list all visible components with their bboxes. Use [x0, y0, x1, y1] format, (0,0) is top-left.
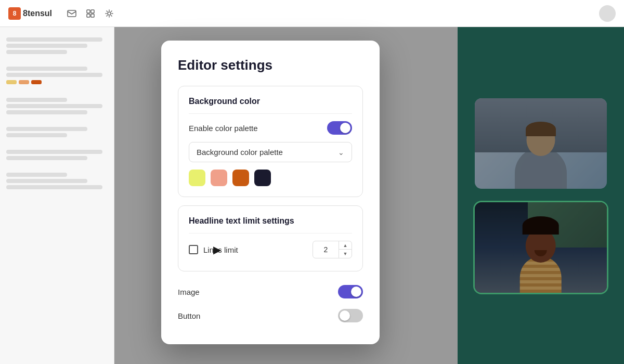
lines-limit-input[interactable]: 2 ▲ ▼ [313, 241, 352, 258]
background-color-section: Background color Enable color palette Ba… [178, 86, 363, 197]
sidebar-bar [6, 67, 87, 71]
toggle-knob-image [351, 287, 361, 297]
sidebar [0, 27, 114, 364]
svg-rect-3 [87, 14, 90, 17]
enable-palette-toggle[interactable] [327, 121, 352, 135]
logo-icon: 8 [8, 7, 21, 20]
logo: 8 8tensul [8, 7, 52, 20]
chevron-down-icon: ⌄ [338, 148, 344, 157]
dropdown-label: Background color palette [197, 148, 283, 157]
sidebar-bar [6, 73, 102, 77]
sidebar-bar [6, 179, 87, 183]
svg-rect-1 [87, 10, 90, 13]
sidebar-bar [6, 127, 87, 131]
headline-title: Headline text limit settings [189, 216, 352, 233]
svg-point-5 [108, 12, 111, 15]
sidebar-color-swatch [6, 80, 17, 84]
sidebar-bar [6, 104, 102, 108]
svg-rect-2 [91, 10, 94, 13]
sidebar-colored-bars [6, 80, 108, 84]
number-arrows: ▲ ▼ [339, 241, 352, 258]
sidebar-group-5 [6, 148, 108, 162]
sidebar-bar [6, 50, 67, 54]
sidebar-bar [6, 37, 102, 42]
modal-title: Editor settings [178, 57, 363, 73]
sidebar-color-swatch [19, 80, 29, 84]
increment-arrow[interactable]: ▲ [339, 241, 352, 250]
sidebar-bar [6, 110, 87, 114]
decrement-arrow[interactable]: ▼ [339, 250, 352, 258]
top-nav: 8 8tensul [0, 0, 624, 27]
sidebar-color-swatch [31, 80, 42, 84]
color-palette-dropdown[interactable]: Background color palette ⌄ [189, 142, 352, 162]
toggle-knob [340, 123, 350, 133]
editor-settings-modal[interactable]: Editor settings Background color Enable … [161, 41, 380, 344]
enable-palette-label: Enable color palette [189, 124, 258, 133]
button-toggle-row: Button [178, 304, 363, 328]
color-swatch-yellow[interactable] [189, 170, 205, 186]
sidebar-bar [6, 173, 67, 177]
lines-limit-value: 2 [313, 241, 339, 258]
lines-limit-checkbox[interactable] [189, 245, 198, 254]
sidebar-group-6 [6, 171, 108, 191]
sidebar-bar [6, 44, 87, 48]
sidebar-bar [6, 156, 87, 160]
nav-icons [67, 8, 114, 19]
sidebar-group-4 [6, 125, 108, 139]
button-label: Button [178, 311, 200, 320]
gear-icon[interactable] [104, 8, 114, 19]
color-swatch-navy[interactable] [254, 170, 271, 186]
logo-text: 8tensul [23, 9, 52, 18]
grid-icon[interactable] [85, 8, 96, 19]
sidebar-bar [6, 133, 67, 137]
user-avatar[interactable] [599, 5, 616, 22]
image-toggle[interactable] [338, 285, 363, 298]
sidebar-group-1 [6, 35, 108, 56]
svg-rect-0 [68, 10, 76, 17]
sidebar-bar [6, 98, 67, 102]
color-swatch-orange[interactable] [232, 170, 249, 186]
lines-limit-row: Lines limit ▶ 2 ▲ ▼ [189, 241, 352, 258]
color-swatches [189, 170, 352, 186]
headline-section: Headline text limit settings Lines limit… [178, 205, 363, 271]
toggle-knob-button [340, 310, 350, 321]
sidebar-group-3 [6, 96, 108, 116]
cursor-icon: ▶ [213, 244, 221, 255]
enable-palette-row: Enable color palette [189, 121, 352, 135]
sidebar-bar [6, 185, 102, 189]
button-toggle[interactable] [338, 309, 363, 322]
image-label: Image [178, 288, 200, 296]
image-toggle-row: Image [178, 280, 363, 304]
sidebar-group-2 [6, 64, 108, 87]
mail-icon[interactable] [67, 8, 77, 19]
sidebar-bar [6, 150, 102, 154]
svg-rect-4 [91, 14, 94, 17]
color-swatch-salmon[interactable] [211, 170, 227, 186]
background-color-title: Background color [189, 97, 352, 114]
